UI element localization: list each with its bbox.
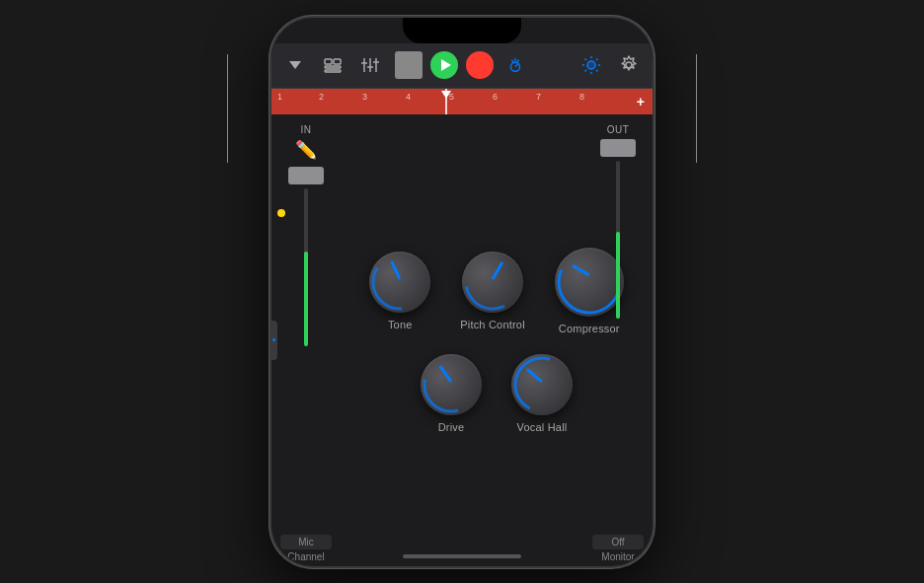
channel-strip-right: OUT Off Monitor bbox=[583, 114, 653, 566]
svg-point-28 bbox=[515, 358, 569, 411]
pitch-control-label: Pitch Control bbox=[460, 319, 525, 330]
left-fader-container bbox=[288, 167, 324, 535]
timeline-ruler[interactable]: 1 2 3 4 5 6 7 8 + bbox=[271, 89, 653, 114]
brightness-button[interactable] bbox=[578, 51, 605, 79]
vocal-hall-knob-group: Vocal Hall bbox=[511, 354, 573, 433]
vocal-hall-knob[interactable] bbox=[511, 354, 573, 415]
play-icon bbox=[430, 51, 458, 79]
annotation-line-right bbox=[696, 54, 697, 163]
svg-point-27 bbox=[424, 358, 478, 411]
vocal-hall-label: Vocal Hall bbox=[517, 421, 568, 433]
tick-2: 2 bbox=[319, 92, 324, 102]
right-fader-knob[interactable] bbox=[600, 139, 636, 157]
toolbar bbox=[271, 43, 653, 89]
screen: 1 2 3 4 5 6 7 8 + bbox=[271, 18, 653, 566]
svg-rect-2 bbox=[334, 59, 341, 64]
bottom-knobs-row: Drive Vocal Hall bbox=[421, 354, 573, 433]
channel-name: Channel bbox=[287, 551, 324, 562]
add-track-button[interactable]: + bbox=[637, 94, 645, 109]
tick-7: 7 bbox=[536, 92, 541, 102]
channel-strip-left: IN ✏️ Mic Channel bbox=[271, 114, 341, 566]
pencil-icon[interactable]: ✏️ bbox=[295, 139, 317, 161]
right-fader-track[interactable] bbox=[616, 161, 620, 319]
svg-rect-3 bbox=[325, 66, 341, 68]
drive-knob-group: Drive bbox=[421, 354, 482, 433]
home-indicator bbox=[403, 554, 521, 558]
right-level-meter bbox=[616, 232, 620, 319]
record-button[interactable] bbox=[466, 51, 494, 79]
svg-point-24 bbox=[373, 255, 426, 309]
svg-rect-1 bbox=[325, 59, 332, 64]
left-level-meter bbox=[304, 252, 308, 346]
svg-line-12 bbox=[515, 64, 518, 67]
mixer-button[interactable] bbox=[356, 51, 384, 79]
monitor-label[interactable]: Off bbox=[592, 535, 644, 549]
svg-line-21 bbox=[596, 59, 598, 61]
tone-label: Tone bbox=[388, 319, 413, 330]
annotation-line-left bbox=[227, 54, 228, 163]
svg-rect-4 bbox=[325, 70, 341, 72]
svg-point-25 bbox=[466, 255, 519, 309]
stop-icon bbox=[395, 51, 423, 79]
in-label: IN bbox=[301, 124, 312, 135]
svg-line-20 bbox=[596, 70, 598, 72]
out-label: OUT bbox=[607, 124, 630, 135]
monitor-name: Monitor bbox=[601, 551, 634, 562]
notch bbox=[403, 18, 521, 43]
tick-6: 6 bbox=[493, 92, 498, 102]
drive-knob[interactable] bbox=[421, 354, 482, 415]
stop-button[interactable] bbox=[395, 51, 423, 79]
pitch-control-knob-group: Pitch Control bbox=[460, 252, 525, 330]
left-fader-knob[interactable] bbox=[288, 167, 324, 184]
main-area: IN ✏️ Mic Channel bbox=[271, 114, 653, 566]
svg-line-19 bbox=[585, 59, 587, 61]
record-icon bbox=[466, 51, 494, 79]
drive-label: Drive bbox=[438, 421, 465, 433]
playhead-line bbox=[445, 89, 447, 114]
tick-3: 3 bbox=[362, 92, 367, 102]
left-fader-track[interactable] bbox=[304, 188, 308, 346]
tick-8: 8 bbox=[579, 92, 584, 102]
tick-1: 1 bbox=[277, 92, 282, 102]
tuner-button[interactable] bbox=[501, 51, 529, 79]
tracks-view-button[interactable] bbox=[319, 51, 346, 79]
channel-label[interactable]: Mic bbox=[280, 535, 332, 549]
svg-line-22 bbox=[585, 70, 587, 72]
dropdown-button[interactable] bbox=[281, 51, 309, 79]
svg-marker-0 bbox=[289, 61, 301, 69]
settings-button[interactable] bbox=[615, 51, 643, 79]
pitch-control-knob[interactable] bbox=[462, 252, 523, 313]
tone-knob-group: Tone bbox=[369, 252, 430, 330]
play-button[interactable] bbox=[430, 51, 458, 79]
right-fader-container bbox=[600, 139, 636, 535]
phone-frame: 1 2 3 4 5 6 7 8 + bbox=[270, 16, 654, 568]
tone-knob[interactable] bbox=[369, 252, 430, 313]
tick-4: 4 bbox=[406, 92, 411, 102]
